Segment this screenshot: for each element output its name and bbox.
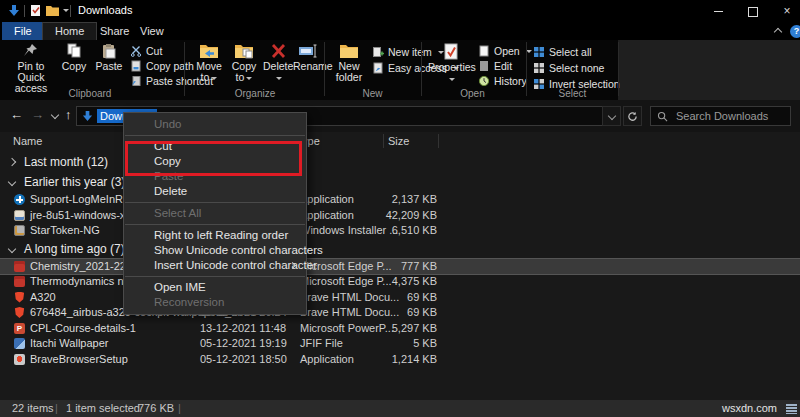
search-input[interactable] [674,109,778,123]
menu-separator [125,224,305,225]
pdf-icon [14,261,25,272]
table-row[interactable]: jre-8u51-windows-x64Application42,209 KB [0,208,800,224]
details-view-icon[interactable] [786,403,797,414]
properties-check-icon[interactable] [30,4,42,17]
menu-item-right-to-left-reading-order[interactable]: Right to left Reading order [124,228,306,243]
chevron-down-icon[interactable] [8,244,16,252]
file-name: BraveBrowserSetup [30,352,128,368]
file-size: 777 KB [365,259,437,275]
help-icon[interactable]: ? [790,25,800,38]
maximize-button[interactable] [738,0,768,22]
ribbon: Pin to Quick access Copy Paste Cut Copy … [0,40,800,100]
back-button[interactable]: ← [10,107,23,122]
history-button[interactable]: History [478,74,527,88]
table-row[interactable]: PCPL-Course-details-113-12-2021 11:48Mic… [0,321,800,337]
brave-setup-icon [14,354,25,365]
divider [324,42,325,96]
menu-separator [125,135,305,136]
rename-icon [298,43,318,59]
group-label: Earlier this year (3) [24,172,125,192]
paste-icon [100,43,118,59]
divider [618,42,619,96]
table-row[interactable]: BraveBrowserSetup05-12-2021 18:50Applica… [0,352,800,368]
group-header[interactable]: Earlier this year (3) [0,172,800,192]
folder-icon[interactable] [46,5,59,16]
delete-x-icon [270,43,287,59]
table-row[interactable]: Support-LogMeInRescueApplication2,137 KB [0,192,800,208]
navigation-bar: ← → ↑ Downloads [0,100,800,132]
file-list: Last month (12)Earlier this year (3)Supp… [0,152,800,367]
chevron-right-icon[interactable] [8,158,16,166]
search-box[interactable] [650,106,791,126]
new-folder-button[interactable]: New folder [330,42,368,83]
items-count: 22 items [12,402,54,414]
ppt-icon: P [14,323,25,334]
open-icon [478,45,490,57]
group-header[interactable]: A long time ago (7) [0,239,800,259]
table-row[interactable]: 676484_airbus-a320-cockpit-wallpapers_..… [0,305,800,321]
menu-item-open-ime[interactable]: Open IME [124,280,306,295]
group-header[interactable]: Last month (12) [0,152,800,172]
forward-button[interactable]: → [31,107,44,122]
chevron-down-icon[interactable] [8,178,16,186]
open-button[interactable]: Open [478,44,532,58]
menu-item-undo[interactable]: Undo [124,117,306,132]
qat-dropdown-arrow-icon[interactable] [63,9,69,12]
tab-file[interactable]: File [2,22,44,40]
refresh-button[interactable] [623,106,642,126]
column-header-size[interactable]: Size [388,135,409,147]
new-folder-icon [339,43,359,59]
file-name: StarToken-NG [30,223,100,239]
copy-to-button[interactable]: Copy to [228,42,260,83]
move-to-button[interactable]: Move to [192,42,226,83]
menu-item-insert-unicode-control-character[interactable]: Insert Unicode control character [124,258,306,273]
table-row[interactable]: Itachi Wallpaper05-12-2021 19:19JFIF Fil… [0,336,800,352]
menu-item-delete[interactable]: Delete [124,184,306,199]
group-label-select: Select [530,88,615,99]
downloads-folder-icon [82,110,93,122]
file-date-modified: 05-12-2021 18:50 [200,352,285,368]
file-name: A320 [30,290,56,306]
select-all-button[interactable]: Select all [533,45,592,59]
table-row[interactable]: Thermodynamics notesMicrosoft Edge P...4… [0,274,800,290]
divider: | [55,402,58,414]
delete-button[interactable]: Delete [263,42,293,83]
pdf-icon [14,276,25,287]
edit-button[interactable]: Edit [478,59,512,73]
select-none-icon [533,62,545,74]
address-dropdown-button[interactable] [602,106,621,126]
recent-locations-icon[interactable] [51,111,59,119]
pin-to-quick-access-button[interactable]: Pin to Quick access [4,42,58,94]
menu-item-reconversion[interactable]: Reconversion [124,295,306,310]
copy-path-icon [130,60,142,72]
close-button[interactable]: × [772,0,800,22]
collapse-ribbon-icon[interactable] [774,28,782,36]
up-button[interactable]: ↑ [65,107,72,122]
table-row[interactable]: Chemistry_2021-22Microsoft Edge P...777 … [0,259,800,275]
table-row[interactable]: A320Brave HTML Docu...69 KB [0,290,800,306]
divider: | [178,402,181,414]
column-header-name[interactable]: Name [13,135,42,147]
file-size: 4,375 KB [365,274,437,290]
cut-button[interactable]: Cut [130,44,162,58]
properties-icon [443,43,459,60]
copy-button[interactable]: Copy [58,42,90,72]
submenu-arrow-icon [289,262,296,269]
table-row[interactable]: StarToken-NGWindows Installer ...6,510 K… [0,223,800,239]
file-size: 5,297 KB [365,321,437,337]
tab-view[interactable]: View [128,22,176,40]
paste-button[interactable]: Paste [92,42,126,72]
watermark: wsxdn.com [722,402,777,414]
divider [438,134,439,148]
menu-item-select-all[interactable]: Select All [124,206,306,221]
minimize-button[interactable] [703,0,733,22]
file-date-modified: 13-12-2021 11:48 [200,321,285,337]
explorer-window: Downloads × File Home Share View ? Pin t… [0,0,800,417]
divider [24,5,25,17]
select-none-button[interactable]: Select none [533,61,604,75]
menu-separator [125,202,305,203]
rename-button[interactable]: Rename [293,42,323,72]
properties-button[interactable]: Properties [428,42,474,84]
dropdown-arrow-icon [449,78,455,81]
menu-item-show-unicode-control-characters[interactable]: Show Unicode control characters [124,243,306,258]
